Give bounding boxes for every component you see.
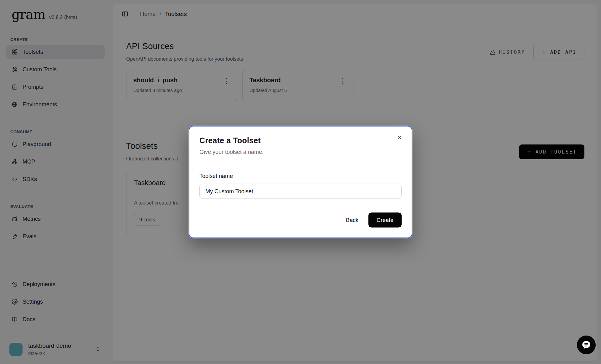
chat-bubble-icon [581,340,592,350]
toolset-name-input[interactable] [199,184,402,199]
dialog-subtitle: Give your toolset a name. [199,149,402,155]
chat-widget-button[interactable] [577,336,596,354]
dialog-title: Create a Toolset [199,136,402,145]
create-toolset-dialog: Create a Toolset Give your toolset a nam… [189,126,412,238]
toolset-name-label: Toolset name [199,173,402,179]
dialog-footer: Back Create [199,213,402,228]
close-icon[interactable] [395,134,403,142]
create-button[interactable]: Create [368,213,402,228]
back-button[interactable]: Back [340,214,364,226]
dialog-form: Toolset name [199,173,402,199]
